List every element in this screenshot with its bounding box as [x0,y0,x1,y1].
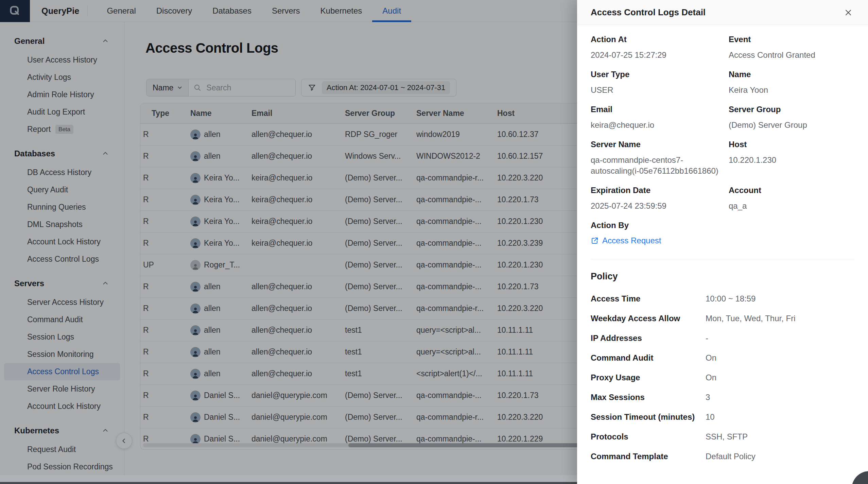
detail-field-label: Event [729,35,854,44]
policy-value: SSH, SFTP [706,432,854,442]
detail-field-pair: User Type USER Name Keira Yoon [591,70,854,96]
detail-field-value: qa_a [729,201,854,211]
detail-field-value: 2024-07-25 15:27:29 [591,50,729,60]
policy-value: 10:00 ~ 18:59 [706,294,854,304]
detail-field-value: keira@chequer.io [591,120,729,131]
policy-row: Protocols SSH, SFTP [591,432,854,442]
detail-field: Server Group (Demo) Server Group [729,105,854,131]
policy-value: Default Policy [706,452,854,461]
policy-value: - [706,333,854,343]
policy-label: Protocols [591,432,706,442]
detail-field-value: (Demo) Server Group [729,120,854,131]
detail-field-pair: Action At 2024-07-25 15:27:29 Event Acce… [591,35,854,60]
policy-value: On [706,353,854,363]
policy-value: 3 [706,393,854,402]
detail-field-label: Host [729,140,854,149]
detail-field: Account qa_a [729,186,854,211]
policy-label: Session Timeout (minutes) [591,412,706,422]
policy-row: Max Sessions 3 [591,393,854,402]
detail-field-label: User Type [591,70,729,79]
detail-field-value: USER [591,85,729,96]
detail-field-label: Expiration Date [591,186,729,195]
detail-panel: Access Control Logs Detail Action At 202… [577,0,868,484]
bottom-edge [0,482,577,484]
action-by-field: Action By Access Request [591,221,854,246]
detail-panel-header: Access Control Logs Detail [577,0,868,25]
detail-field: User Type USER [591,70,729,96]
detail-field: Action At 2024-07-25 15:27:29 [591,35,729,60]
policy-label: IP Addresses [591,333,706,343]
detail-field-value: 10.220.1.230 [729,155,854,166]
policy-label: Proxy Usage [591,373,706,382]
detail-field-label: Email [591,105,729,114]
policy-value: On [706,373,854,382]
detail-panel-body: Action At 2024-07-25 15:27:29 Event Acce… [577,25,868,471]
detail-field-label: Name [729,70,854,79]
detail-field: Event Access Control Granted [729,35,854,60]
detail-field-value: Access Control Granted [729,50,854,60]
detail-field-value: 2025-07-24 23:59:59 [591,201,729,211]
detail-field: Email keira@chequer.io [591,105,729,131]
policy-label: Access Time [591,294,706,304]
policy-label: Max Sessions [591,393,706,402]
detail-field-label: Account [729,186,854,195]
policy-row: Session Timeout (minutes) 10 [591,412,854,422]
policy-row: Access Time 10:00 ~ 18:59 [591,294,854,304]
detail-field: Host 10.220.1.230 [729,140,854,176]
detail-field: Expiration Date 2025-07-24 23:59:59 [591,186,729,211]
policy-row: Command Audit On [591,353,854,363]
detail-field-label: Server Name [591,140,729,149]
detail-field-value: Keira Yoon [729,85,854,96]
detail-field-pair: Email keira@chequer.io Server Group (Dem… [591,105,854,131]
policy-value: 10 [706,412,854,422]
policy-row: Proxy Usage On [591,373,854,382]
policy-label: Command Template [591,452,706,461]
policy-label: Command Audit [591,353,706,363]
policy-value: Mon, Tue, Wed, Thur, Fri [706,314,854,323]
access-request-link-text: Access Request [602,236,661,246]
policy-section-title: Policy [591,271,854,282]
detail-field-value: qa-commandpie-centos7-autoscaling(i-05e7… [591,155,729,176]
policy-label: Weekday Access Allow [591,314,706,323]
app-root: QueryPie General Discovery Databases Ser… [0,0,868,484]
bottom-strip [0,475,577,482]
section-divider [591,259,854,259]
detail-field-pair: Server Name qa-commandpie-centos7-autosc… [591,140,854,176]
detail-field-label: Action At [591,35,729,44]
access-request-link[interactable]: Access Request [591,236,661,246]
policy-row: IP Addresses - [591,333,854,343]
detail-field: Name Keira Yoon [729,70,854,96]
external-link-icon [591,237,599,245]
policy-row: Weekday Access Allow Mon, Tue, Wed, Thur… [591,314,854,323]
detail-field-pair: Expiration Date 2025-07-24 23:59:59 Acco… [591,186,854,211]
detail-panel-title: Access Control Logs Detail [591,7,706,18]
action-by-label: Action By [591,221,854,230]
close-icon[interactable] [841,6,855,19]
detail-field-label: Server Group [729,105,854,114]
detail-field: Server Name qa-commandpie-centos7-autosc… [591,140,729,176]
policy-row: Command Template Default Policy [591,452,854,461]
